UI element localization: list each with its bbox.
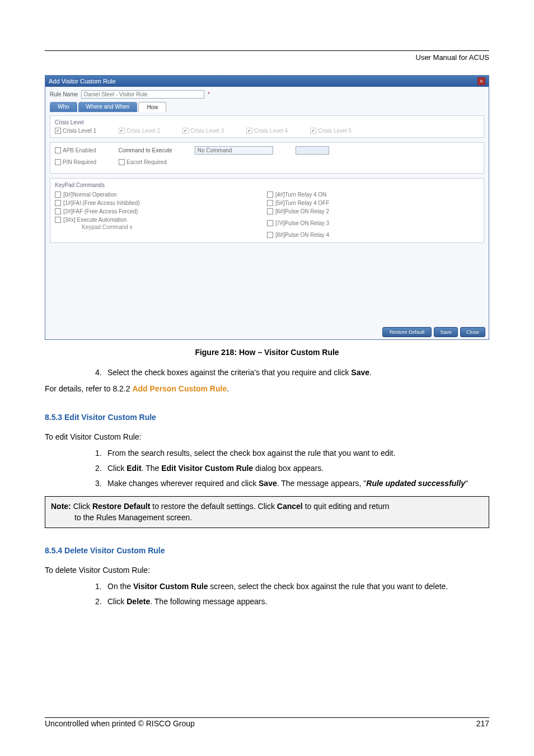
reference-paragraph: For details, refer to 8.2.2 Add Person C… xyxy=(45,383,489,395)
rule-name-label: Rule Name xyxy=(50,91,78,97)
crisis-level-1-checkbox[interactable] xyxy=(55,128,61,134)
dialog-title: Add Visitor Custom Rule xyxy=(49,78,116,85)
kp-automation-label: [3#x] Execute Automation xyxy=(63,217,127,223)
restore-default-button[interactable]: Restore Default xyxy=(382,327,432,337)
crisis-level-4-checkbox xyxy=(246,128,252,134)
kp-automation-checkbox[interactable] xyxy=(55,217,61,223)
required-asterisk: * xyxy=(208,91,210,97)
kp-normal-operation-checkbox[interactable] xyxy=(55,192,61,198)
apb-enabled-checkbox[interactable] xyxy=(55,147,61,153)
kp-relay4-on-checkbox[interactable] xyxy=(267,192,273,198)
apb-enabled-label: APB Enabled xyxy=(63,147,96,153)
crisis-level-panel: Crisis Level Crisis Level 1 Crisis Level… xyxy=(50,115,484,138)
list-item: 4.Select the check boxes against the cri… xyxy=(95,367,489,379)
pin-required-label: PIN Required xyxy=(63,159,96,165)
escort-required-label: Escort Required xyxy=(127,159,167,165)
kp-relay2-pulse-label: [6#]Pulse ON Relay 2 xyxy=(275,208,329,214)
list-item: 2.Click Delete. The following message ap… xyxy=(95,596,489,608)
escort-required-checkbox[interactable] xyxy=(119,159,125,165)
page-number: 217 xyxy=(476,719,489,728)
kp-automation-sublabel: Keypad Command x xyxy=(55,224,267,230)
crisis-level-2-checkbox xyxy=(119,128,125,134)
section-853-heading: 8.5.3 Edit Visitor Custom Rule xyxy=(45,412,489,423)
kp-relay4-off-label: [5#]Turn Relay 4 OFF xyxy=(275,200,329,206)
kp-relay2-pulse-checkbox[interactable] xyxy=(267,208,273,214)
kp-relay3-pulse-label: [7#]Pulse ON Relay 3 xyxy=(275,220,329,226)
command-param-select[interactable] xyxy=(296,146,329,155)
command-to-execute-label: Command to Execute xyxy=(119,147,172,153)
section-853-intro: To edit Visitor Custom Rule: xyxy=(45,431,489,443)
kp-relay4-on-label: [4#]Turn Relay 4 ON xyxy=(275,192,326,198)
options-panel: APB Enabled Command to Execute No Comman… xyxy=(50,142,484,174)
pin-required-checkbox[interactable] xyxy=(55,159,61,165)
crisis-level-4-label: Crisis Level 4 xyxy=(254,128,288,134)
kp-relay4-pulse-label: [8#]Pulse ON Relay 4 xyxy=(275,232,329,238)
page-header: User Manual for ACUS xyxy=(45,53,489,62)
list-item: 1.On the Visitor Custom Rule screen, sel… xyxy=(95,581,489,592)
keypad-commands-panel: KeyPad Commands [0#]Normal Operation [1#… xyxy=(50,178,484,243)
tab-how[interactable]: How xyxy=(138,102,166,112)
crisis-level-title: Crisis Level xyxy=(55,119,479,125)
crisis-level-5-label: Crisis Level 5 xyxy=(318,128,352,134)
list-item: 3.Make changes wherever required and cli… xyxy=(95,478,489,489)
section-854-heading: 8.5.4 Delete Visitor Custom Rule xyxy=(45,545,489,557)
kp-fai-label: [1#]FAI (Free Access Inhibited) xyxy=(63,200,140,206)
dialog-titlebar: Add Visitor Custom Rule × xyxy=(45,76,489,87)
list-item: 2.Click Edit. The Edit Visitor Custom Ru… xyxy=(95,463,489,474)
crisis-level-3-label: Crisis Level 3 xyxy=(190,128,224,134)
crisis-level-3-checkbox xyxy=(182,128,189,134)
footer-left: Uncontrolled when printed © RISCO Group xyxy=(45,719,195,728)
close-icon[interactable]: × xyxy=(477,77,485,85)
kp-faf-checkbox[interactable] xyxy=(55,208,61,214)
tab-where-and-when[interactable]: Where and When xyxy=(78,102,138,112)
figure-caption: Figure 218: How – Visitor Custom Rule xyxy=(45,348,489,357)
crisis-level-2-label: Crisis Level 2 xyxy=(127,128,160,134)
save-button[interactable]: Save xyxy=(434,327,458,337)
kp-relay4-off-checkbox[interactable] xyxy=(267,200,273,206)
rule-name-input[interactable]: Daniel Steel - Visitor Rule xyxy=(81,90,204,99)
add-person-custom-rule-link[interactable]: Add Person Custom Rule xyxy=(132,384,227,393)
command-to-execute-select[interactable]: No Command xyxy=(195,146,273,155)
kp-relay3-pulse-checkbox[interactable] xyxy=(267,220,273,226)
kp-normal-operation-label: [0#]Normal Operation xyxy=(63,192,117,198)
kp-fai-checkbox[interactable] xyxy=(55,200,61,206)
tab-who[interactable]: Who xyxy=(50,102,77,112)
note-box: Note: Click Restore Default to restore t… xyxy=(45,496,489,528)
keypad-commands-title: KeyPad Commands xyxy=(55,182,479,188)
close-button[interactable]: Close xyxy=(460,327,485,337)
crisis-level-5-checkbox xyxy=(310,128,316,134)
kp-relay4-pulse-checkbox[interactable] xyxy=(267,232,273,238)
add-visitor-dialog: Add Visitor Custom Rule × Rule Name Dani… xyxy=(45,75,489,340)
crisis-level-1-label: Crisis Level 1 xyxy=(63,128,96,134)
list-item: 1.From the search results, select the ch… xyxy=(95,447,489,459)
kp-faf-label: [2#]FAF (Free Access Forced) xyxy=(63,208,138,214)
section-854-intro: To delete Visitor Custom Rule: xyxy=(45,564,489,576)
